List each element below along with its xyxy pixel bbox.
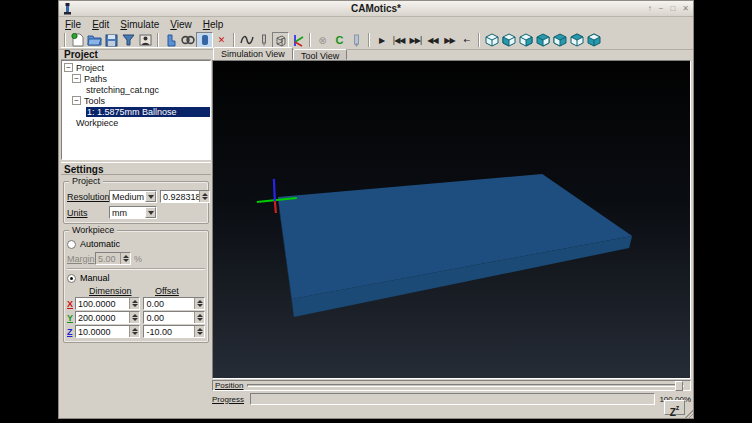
slider-handle[interactable] <box>675 381 683 391</box>
stop-icon[interactable]: ⊗ <box>314 32 331 48</box>
margin-label: Margin <box>67 254 95 264</box>
chevron-down-icon[interactable] <box>145 207 156 218</box>
minimize-button[interactable]: − <box>659 2 664 16</box>
left-view-icon[interactable] <box>534 32 551 48</box>
tree-item-workpiece[interactable]: Workpiece <box>62 117 210 128</box>
spinner-buttons[interactable] <box>129 312 139 323</box>
3d-scene <box>213 61 690 378</box>
tree-item-paths[interactable]: Paths <box>62 73 210 84</box>
title-bar[interactable]: CAMotics* ↑ − □ ✕ <box>59 1 693 17</box>
spinner-buttons[interactable] <box>194 298 204 309</box>
open-project-icon[interactable] <box>86 32 103 48</box>
project-panel-title[interactable]: Project <box>61 47 211 60</box>
maximize-button[interactable]: □ <box>670 2 675 16</box>
resize-grip[interactable] <box>685 410 693 418</box>
toolbar-separator <box>157 33 159 47</box>
axis-x-line <box>275 201 276 213</box>
z-dimension-spinbox[interactable]: 10.0000 <box>75 325 141 338</box>
menu-simulate[interactable]: Simulate <box>120 19 159 30</box>
right-view-icon[interactable] <box>551 32 568 48</box>
divider <box>67 268 205 270</box>
axis-z-label[interactable]: Z <box>67 327 75 337</box>
automatic-radio[interactable] <box>67 240 76 249</box>
skip-to-start-icon[interactable]: |◀◀ <box>390 32 407 48</box>
spinner-buttons[interactable] <box>199 191 209 202</box>
shade-button[interactable]: ↑ <box>648 2 652 16</box>
spinner-buttons[interactable] <box>129 298 139 309</box>
collapse-icon[interactable] <box>72 74 81 83</box>
skip-to-end-icon[interactable]: ▶▶| <box>407 32 424 48</box>
y-offset-spinbox[interactable]: 0.00 <box>143 311 205 324</box>
axis-y-label[interactable]: Y <box>67 313 75 323</box>
menu-file[interactable]: File <box>65 19 81 30</box>
toolpath-spring-icon[interactable] <box>179 32 196 48</box>
resolution-value-spinbox[interactable]: 0.928318 <box>160 190 210 203</box>
y-dimension-spinbox[interactable]: 200.0000 <box>75 311 141 324</box>
collapse-icon[interactable] <box>72 96 81 105</box>
resolution-combo[interactable]: Medium <box>109 190 157 203</box>
menu-help[interactable]: Help <box>203 19 224 30</box>
toolbar-separator <box>233 33 235 47</box>
spinner-buttons[interactable] <box>129 326 139 337</box>
project-tree[interactable]: Project Paths stretching_cat.ngc Tools 1… <box>61 60 211 160</box>
position-label[interactable]: Position <box>215 381 243 390</box>
settings-panel-title[interactable]: Settings <box>61 162 211 175</box>
units-combo[interactable]: mm <box>109 206 157 219</box>
progress-bar <box>250 393 655 405</box>
tree-item-tool-ballnose[interactable]: 1: 1.5875mm Ballnose <box>62 106 210 117</box>
fast-forward-icon[interactable]: ▶▶ <box>441 32 458 48</box>
close-button[interactable]: ✕ <box>682 2 689 16</box>
sleep-toggle-button[interactable]: Zz <box>664 400 685 415</box>
chevron-down-icon[interactable] <box>145 191 156 202</box>
offset-header: Offset <box>155 286 179 296</box>
progress-label[interactable]: Progress <box>212 395 244 404</box>
show-workpiece-toggle[interactable] <box>196 32 213 48</box>
rewind-icon[interactable]: ◀◀ <box>424 32 441 48</box>
resolution-label[interactable]: Resolution <box>67 192 109 202</box>
spinner-buttons[interactable] <box>194 312 204 323</box>
units-label[interactable]: Units <box>67 208 109 218</box>
clear-workpiece-icon[interactable]: ✕ <box>213 32 230 48</box>
back-view-icon[interactable] <box>517 32 534 48</box>
manual-radio[interactable] <box>67 274 76 283</box>
tree-item-gcode-file[interactable]: stretching_cat.ngc <box>62 84 210 95</box>
bottom-view-icon[interactable] <box>585 32 602 48</box>
tool-wrench-icon[interactable] <box>162 32 179 48</box>
tree-item-tools[interactable]: Tools <box>62 95 210 106</box>
menu-edit[interactable]: Edit <box>92 19 109 30</box>
reload-icon[interactable]: C <box>331 32 348 48</box>
play-icon[interactable]: ▶ <box>373 32 390 48</box>
tab-simulation-view[interactable]: Simulation View <box>213 47 293 60</box>
toolbar-separator <box>309 33 311 47</box>
show-tool-icon[interactable] <box>255 32 272 48</box>
snapshot-icon[interactable] <box>137 32 154 48</box>
spinner-buttons[interactable] <box>194 326 204 337</box>
position-slider[interactable] <box>247 384 684 387</box>
tab-tool-view[interactable]: Tool View <box>293 49 347 60</box>
view-tabs: Simulation View Tool View <box>212 47 691 60</box>
axis-x-label[interactable]: X <box>67 299 75 309</box>
step-back-icon[interactable]: ← <box>458 32 475 48</box>
x-dimension-spinbox[interactable]: 100.0000 <box>75 297 141 310</box>
show-axes-icon[interactable] <box>289 32 306 48</box>
new-project-icon[interactable] <box>69 32 86 48</box>
left-panel: Project Project Paths stretching_cat.ngc… <box>61 47 211 416</box>
export-icon[interactable] <box>120 32 137 48</box>
save-project-icon[interactable] <box>103 32 120 48</box>
z-offset-spinbox[interactable]: -10.00 <box>143 325 205 338</box>
menu-view[interactable]: View <box>170 19 192 30</box>
manual-label: Manual <box>80 273 110 283</box>
workpiece-settings-group: Workpiece Automatic Margin 5.00 % Man <box>63 230 209 343</box>
iso-view-icon[interactable] <box>483 32 500 48</box>
show-surface-toggle[interactable] <box>272 32 289 48</box>
x-offset-spinbox[interactable]: 0.00 <box>143 297 205 310</box>
show-path-icon[interactable] <box>238 32 255 48</box>
tree-item-project[interactable]: Project <box>62 62 210 73</box>
top-view-icon[interactable] <box>568 32 585 48</box>
camotics-window: CAMotics* ↑ − □ ✕ File Edit Simulate Vie… <box>58 0 694 419</box>
workpiece-group-legend: Workpiece <box>69 225 117 235</box>
collapse-icon[interactable] <box>64 63 73 72</box>
simulation-viewport[interactable] <box>212 60 691 379</box>
optimize-icon[interactable] <box>348 32 365 48</box>
front-view-icon[interactable] <box>500 32 517 48</box>
